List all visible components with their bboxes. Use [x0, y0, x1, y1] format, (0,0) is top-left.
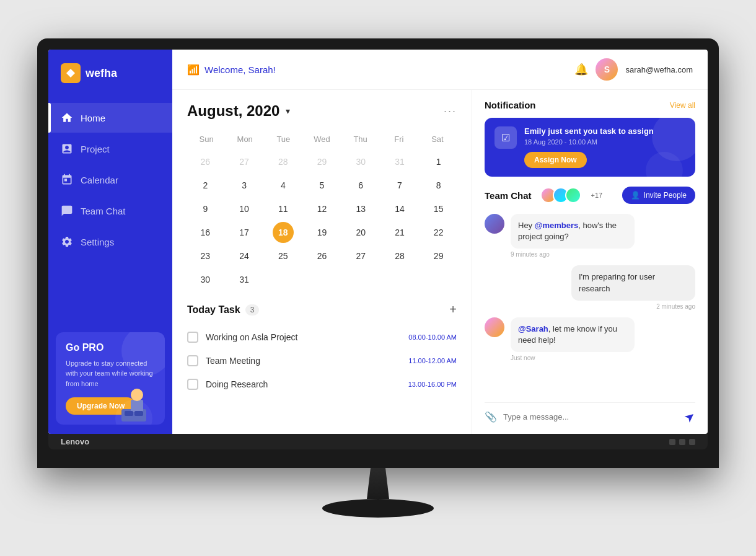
date-cell[interactable]: 23 — [195, 245, 216, 267]
welcome-text: Welcome, Sarah! — [204, 64, 276, 75]
msg-time-2: 2 minutes ago — [571, 303, 695, 310]
msg-body-2: I'm preparing for user research 2 minute… — [571, 265, 695, 309]
calendar-icon — [61, 174, 73, 186]
task-time-1: 08.00-10.00 AM — [408, 333, 457, 341]
date-cell[interactable]: 2 — [195, 175, 216, 196]
invite-label: Invite People — [644, 191, 687, 200]
sidebar-item-home[interactable]: Home — [48, 103, 172, 133]
add-task-button[interactable]: + — [449, 302, 457, 317]
stand-base — [322, 499, 434, 518]
tasks-title: Today Task — [187, 304, 240, 316]
msg-body-3: @Sarah, let me know if you need help! Ju… — [511, 317, 635, 361]
date-cell[interactable]: 16 — [195, 222, 216, 243]
date-cell[interactable]: 31 — [389, 151, 410, 172]
tasks-header: Today Task 3 + — [187, 302, 457, 317]
task-name-1: Working on Asla Project — [206, 332, 401, 342]
date-cell[interactable]: 30 — [350, 151, 371, 172]
date-cell-today[interactable]: 18 — [273, 222, 294, 243]
date-cell[interactable]: 4 — [273, 175, 294, 196]
task-time-2: 11.00-12.00 AM — [408, 357, 457, 364]
date-cell[interactable]: 28 — [273, 151, 294, 172]
monitor-brand: Lenovo — [61, 437, 89, 446]
date-cell[interactable]: 27 — [234, 151, 255, 172]
sidebar-item-calendar[interactable]: Calendar — [48, 165, 172, 195]
date-cell[interactable]: 29 — [311, 151, 332, 172]
project-icon — [61, 143, 73, 155]
calendar-section: August, 2020 ▾ ··· Sun Mon Tue Wed Th — [172, 90, 472, 434]
sidebar-item-settings[interactable]: Settings — [48, 227, 172, 257]
task-checkbox-2[interactable] — [187, 355, 198, 366]
invite-icon: 👤 — [631, 191, 640, 200]
date-cell[interactable]: 19 — [311, 222, 332, 243]
date-cell[interactable]: 30 — [195, 269, 216, 290]
date-cell[interactable]: 12 — [311, 198, 332, 219]
sidebar-label-teamchat: Team Chat — [81, 206, 126, 216]
sidebar-label-home: Home — [81, 113, 105, 123]
date-cell[interactable]: 20 — [350, 222, 371, 243]
sidebar-label-settings: Settings — [81, 237, 114, 247]
task-checkbox-3[interactable] — [187, 379, 198, 390]
send-button[interactable]: ➤ — [681, 407, 698, 425]
sidebar-item-project[interactable]: Project — [48, 134, 172, 164]
monitor-frame: wefha Home Project Calendar — [37, 38, 719, 468]
date-cell[interactable]: 5 — [311, 175, 332, 196]
date-cell[interactable]: 10 — [234, 198, 255, 219]
date-cell[interactable]: 11 — [273, 198, 294, 219]
date-cell[interactable]: 25 — [273, 245, 294, 267]
task-name-3: Doing Research — [206, 379, 401, 389]
view-all-link[interactable]: View all — [670, 101, 695, 110]
date-cell[interactable]: 22 — [428, 222, 449, 243]
more-options[interactable]: ··· — [444, 105, 457, 118]
date-cell[interactable]: 7 — [389, 175, 410, 196]
date-cell[interactable]: 24 — [234, 245, 255, 267]
chat-icon — [61, 205, 73, 217]
mini-avatar-3 — [565, 187, 581, 203]
date-cell[interactable]: 6 — [350, 175, 371, 196]
attach-icon[interactable]: 📎 — [485, 411, 497, 423]
home-icon — [61, 112, 73, 124]
date-cell[interactable]: 9 — [195, 198, 216, 219]
sidebar-item-teamchat[interactable]: Team Chat — [48, 196, 172, 226]
date-cell[interactable]: 13 — [350, 198, 371, 219]
monitor-bottom-bar: Lenovo — [48, 434, 708, 449]
wifi-icon: 📶 — [187, 64, 200, 76]
task-checkbox-1[interactable] — [187, 332, 198, 343]
date-cell[interactable]: 29 — [428, 245, 449, 267]
date-cell[interactable]: 14 — [389, 198, 410, 219]
notification-title: Notification — [485, 100, 536, 110]
content-area: August, 2020 ▾ ··· Sun Mon Tue Wed Th — [172, 90, 708, 434]
date-cell[interactable]: 8 — [428, 175, 449, 196]
notif-task-icon: ☑ — [494, 126, 517, 149]
welcome-message: 📶 Welcome, Sarah! — [187, 64, 276, 76]
calendar-dropdown[interactable]: ▾ — [286, 106, 290, 116]
sidebar-logo: wefha — [48, 50, 172, 97]
date-cell[interactable]: 3 — [234, 175, 255, 196]
date-cell[interactable]: 27 — [350, 245, 371, 267]
date-cell[interactable]: 26 — [195, 151, 216, 172]
calendar-header: August, 2020 ▾ ··· — [187, 102, 457, 120]
date-cell[interactable]: 21 — [389, 222, 410, 243]
day-wed: Wed — [302, 132, 341, 146]
logo-icon — [61, 63, 81, 83]
sidebar-nav: Home Project Calendar Team Chat — [48, 97, 172, 323]
task-item-1: Working on Asla Project 08.00-10.00 AM — [187, 325, 457, 349]
date-cell[interactable]: 31 — [234, 269, 255, 290]
date-cell[interactable]: 17 — [234, 222, 255, 243]
assign-button[interactable]: Assign Now — [524, 152, 587, 168]
chat-messages: Hey @members, how's the project going? 9… — [485, 211, 695, 397]
invite-button[interactable]: 👤 Invite People — [622, 187, 695, 204]
task-name-2: Team Meeting — [206, 356, 401, 366]
screen: wefha Home Project Calendar — [48, 50, 708, 434]
user-avatar: S — [596, 58, 618, 81]
bell-icon[interactable]: 🔔 — [574, 63, 588, 76]
sidebar-label-project: Project — [81, 144, 110, 154]
chat-message-1: Hey @members, how's the project going? 9… — [485, 214, 695, 258]
date-cell[interactable]: 28 — [389, 245, 410, 267]
date-cell[interactable]: 1 — [428, 151, 449, 172]
sidebar: wefha Home Project Calendar — [48, 50, 172, 434]
today-tasks: Today Task 3 + Working on Asla Project 0… — [187, 302, 457, 396]
settings-icon — [61, 236, 73, 248]
date-cell[interactable]: 26 — [311, 245, 332, 267]
date-cell[interactable]: 15 — [428, 198, 449, 219]
chat-input[interactable] — [503, 412, 679, 421]
